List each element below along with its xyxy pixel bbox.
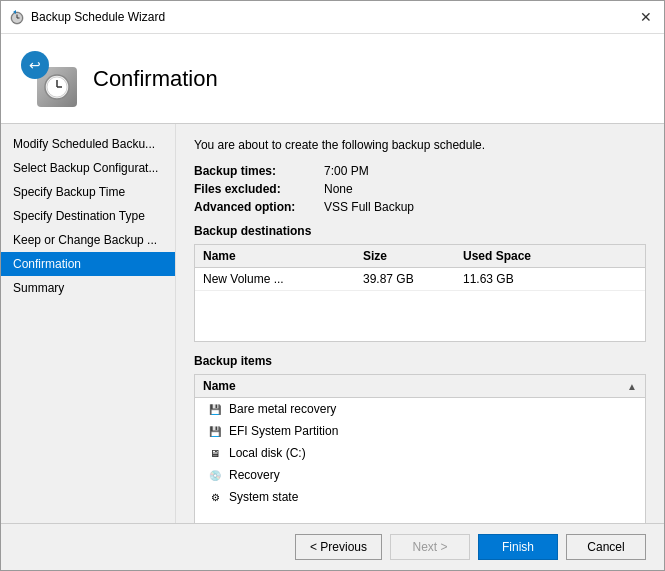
destinations-title: Backup destinations [194, 224, 646, 238]
page-title: Confirmation [93, 66, 218, 92]
list-item: 🖥 Local disk (C:) [195, 442, 645, 464]
items-spacer [195, 508, 645, 523]
local-disk-icon: 🖥 [207, 445, 223, 461]
main-content: Modify Scheduled Backu... Select Backup … [1, 124, 664, 523]
content-area: You are about to create the following ba… [176, 124, 664, 523]
footer: < Previous Next > Finish Cancel [1, 523, 664, 570]
bare-metal-icon: 💾 [207, 401, 223, 417]
row-name: New Volume ... [195, 268, 355, 290]
window-title: Backup Schedule Wizard [31, 10, 165, 24]
sidebar-item-specify-dest[interactable]: Specify Destination Type [1, 204, 175, 228]
advanced-value: VSS Full Backup [324, 200, 414, 214]
cancel-button[interactable]: Cancel [566, 534, 646, 560]
sidebar-item-confirmation[interactable]: Confirmation [1, 252, 175, 276]
advanced-label: Advanced option: [194, 200, 324, 214]
info-row-backup-times: Backup times: 7:00 PM [194, 164, 646, 178]
local-disk-label: Local disk (C:) [229, 446, 306, 460]
system-state-icon: ⚙ [207, 489, 223, 505]
sidebar-item-select-config[interactable]: Select Backup Configurat... [1, 156, 175, 180]
sidebar: Modify Scheduled Backu... Select Backup … [1, 124, 176, 523]
table-spacer [195, 291, 645, 341]
table-row: New Volume ... 39.87 GB 11.63 GB [195, 268, 645, 291]
table-header: Name Size Used Space [195, 245, 645, 268]
efi-icon: 💾 [207, 423, 223, 439]
backup-times-label: Backup times: [194, 164, 324, 178]
summary-text: You are about to create the following ba… [194, 138, 646, 152]
title-bar: Backup Schedule Wizard ✕ [1, 1, 664, 34]
sidebar-item-specify-time[interactable]: Specify Backup Time [1, 180, 175, 204]
info-row-advanced: Advanced option: VSS Full Backup [194, 200, 646, 214]
recovery-icon: 💿 [207, 467, 223, 483]
close-button[interactable]: ✕ [636, 7, 656, 27]
row-size: 39.87 GB [355, 268, 455, 290]
header-icon: ↩ [21, 51, 77, 107]
title-bar-left: Backup Schedule Wizard [9, 9, 165, 25]
finish-button[interactable]: Finish [478, 534, 558, 560]
list-item: ⚙ System state [195, 486, 645, 508]
items-title: Backup items [194, 354, 646, 368]
next-button[interactable]: Next > [390, 534, 470, 560]
items-header: Name ▲ [195, 375, 645, 398]
destinations-table: Name Size Used Space New Volume ... 39.8… [194, 244, 646, 342]
list-item: 💿 Recovery [195, 464, 645, 486]
files-excluded-value: None [324, 182, 353, 196]
col-header-size: Size [355, 245, 455, 267]
recovery-label: Recovery [229, 468, 280, 482]
system-state-label: System state [229, 490, 298, 504]
sidebar-item-modify[interactable]: Modify Scheduled Backu... [1, 132, 175, 156]
main-window: Backup Schedule Wizard ✕ ↩ Confirmation … [0, 0, 665, 571]
previous-button[interactable]: < Previous [295, 534, 382, 560]
col-header-name: Name [195, 245, 355, 267]
list-item: 💾 Bare metal recovery [195, 398, 645, 420]
bare-metal-label: Bare metal recovery [229, 402, 336, 416]
col-header-used: Used Space [455, 245, 575, 267]
info-row-files-excluded: Files excluded: None [194, 182, 646, 196]
sidebar-item-summary[interactable]: Summary [1, 276, 175, 300]
sidebar-item-keep-change[interactable]: Keep or Change Backup ... [1, 228, 175, 252]
app-icon [9, 9, 25, 25]
efi-label: EFI System Partition [229, 424, 338, 438]
items-header-text: Name [203, 379, 236, 393]
backup-times-value: 7:00 PM [324, 164, 369, 178]
row-used: 11.63 GB [455, 268, 575, 290]
arrow-icon: ↩ [21, 51, 49, 79]
files-excluded-label: Files excluded: [194, 182, 324, 196]
scroll-up-icon[interactable]: ▲ [627, 381, 637, 392]
list-item: 💾 EFI System Partition [195, 420, 645, 442]
header-section: ↩ Confirmation [1, 34, 664, 124]
items-container: Name ▲ 💾 Bare metal recovery 💾 EFI Syste… [194, 374, 646, 523]
